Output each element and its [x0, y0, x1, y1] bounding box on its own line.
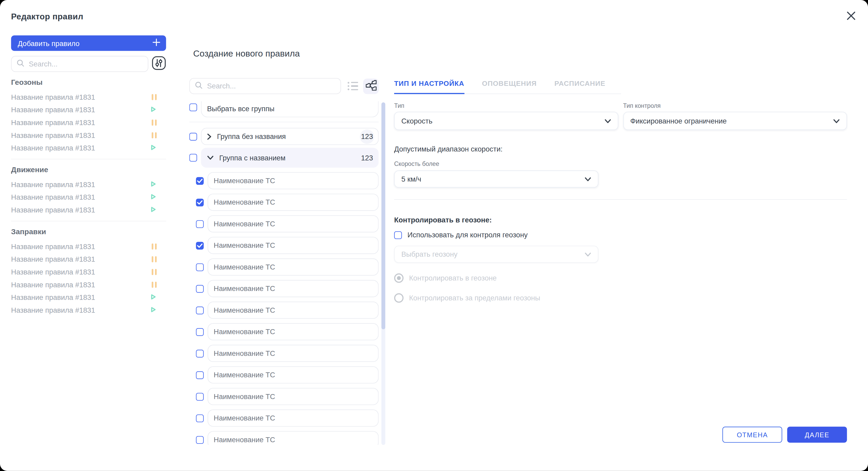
- main-heading: Создание нового правила: [193, 49, 300, 59]
- footer-actions: ОТМЕНА ДАЛЕЕ: [722, 427, 847, 443]
- vehicle-checkbox[interactable]: [196, 177, 204, 185]
- sidebar-rule-item[interactable]: Название правила #1831: [11, 278, 166, 291]
- add-rule-label: Добавить правило: [18, 39, 80, 48]
- use-geozone-checkbox[interactable]: [394, 231, 402, 239]
- vehicle-card[interactable]: Наименование ТС: [208, 388, 378, 405]
- vehicle-card[interactable]: Наименование ТС: [208, 215, 378, 232]
- vehicle-checkbox[interactable]: [196, 306, 204, 314]
- rule-status-play-icon: [150, 192, 157, 202]
- sidebar-rule-item[interactable]: Название правила #1831: [11, 116, 166, 129]
- select-all-row: Выбрать все группы: [189, 101, 378, 117]
- control-type-select[interactable]: Фиксированное ограничение: [623, 112, 847, 130]
- settings-tabs: ТИП И НАСТРОЙКА ОПОВЕЩЕНИЯ РАСПИСАНИЕ: [394, 80, 621, 94]
- tab-type-settings[interactable]: ТИП И НАСТРОЙКА: [394, 80, 464, 94]
- tab-notifications[interactable]: ОПОВЕЩЕНИЯ: [482, 80, 537, 94]
- close-icon: [846, 11, 856, 22]
- group-card[interactable]: Группа с названием 123: [201, 148, 379, 168]
- select-all-checkbox[interactable]: [189, 103, 197, 111]
- sidebar-rule-item[interactable]: Название правила #1831: [11, 203, 166, 216]
- radio-inside-geozone[interactable]: [394, 274, 404, 283]
- section-title-movement: Движение: [11, 165, 166, 174]
- tree-view-button[interactable]: [363, 78, 378, 94]
- vehicle-checkbox[interactable]: [196, 349, 204, 357]
- sidebar-rule-item[interactable]: Название правила #1831: [11, 142, 166, 154]
- sidebar-search-row: [11, 56, 166, 72]
- vehicle-checkbox[interactable]: [196, 328, 204, 336]
- chevron-down-icon: [604, 119, 611, 123]
- vehicle-checkbox[interactable]: [196, 414, 204, 422]
- cancel-button[interactable]: ОТМЕНА: [722, 427, 782, 443]
- vehicle-card[interactable]: Наименование ТС: [208, 237, 378, 254]
- filter-button[interactable]: [151, 57, 166, 71]
- sidebar-search-box: [11, 56, 148, 72]
- sidebar-rule-item[interactable]: Название правила #1831: [11, 304, 166, 317]
- vehicle-checkbox[interactable]: [196, 242, 204, 249]
- vehicle-checkbox[interactable]: [196, 285, 204, 292]
- rule-status-play-icon: [150, 292, 157, 303]
- select-all-label: Выбрать все группы: [207, 105, 275, 113]
- divider: [11, 221, 166, 221]
- speed-select[interactable]: 5 км/ч: [394, 170, 598, 188]
- vehicle-checkbox[interactable]: [196, 198, 204, 206]
- select-all-card: Выбрать все группы: [201, 101, 379, 117]
- sidebar-rule-item[interactable]: Название правила #1831: [11, 240, 166, 253]
- geozone-placeholder: Выбрать геозону: [401, 250, 458, 258]
- vehicle-card[interactable]: Наименование ТС: [208, 280, 378, 297]
- vehicle-row: Наименование ТС: [196, 302, 379, 319]
- type-value: Скорость: [401, 117, 432, 125]
- vehicle-card[interactable]: Наименование ТС: [208, 431, 378, 445]
- vehicle-card[interactable]: Наименование ТС: [208, 409, 378, 427]
- sidebar-rule-item[interactable]: Название правила #1831: [11, 103, 166, 116]
- vehicle-list-scrollbar[interactable]: [381, 102, 385, 445]
- group-name: Группа с названием: [219, 154, 285, 162]
- sidebar-rule-item[interactable]: Название правила #1831: [11, 265, 166, 278]
- group-checkbox[interactable]: [189, 132, 197, 140]
- sidebar-search-input[interactable]: [28, 59, 143, 68]
- group-row-named: Группа с названием 123: [189, 148, 378, 168]
- tree-view-icon: [364, 78, 378, 93]
- vehicle-card[interactable]: Наименование ТС: [208, 366, 378, 384]
- vehicle-checkbox[interactable]: [196, 371, 204, 379]
- sidebar-rule-item[interactable]: Название правила #1831: [11, 291, 166, 304]
- sidebar-rule-item[interactable]: Название правила #1831: [11, 178, 166, 191]
- control-type-value: Фиксированное ограничение: [630, 117, 727, 125]
- type-select[interactable]: Скорость: [394, 112, 618, 130]
- plus-icon: [152, 38, 161, 48]
- vehicle-row: Наименование ТС: [196, 366, 379, 384]
- radio-outside-geozone-row: Контролировать за пределами геозоны: [394, 293, 847, 303]
- radio-outside-geozone[interactable]: [394, 293, 404, 303]
- vehicle-row: Наименование ТС: [196, 215, 379, 232]
- stage: Редактор правил Добавить правило: [0, 0, 868, 471]
- vehicle-search-input[interactable]: [206, 82, 336, 91]
- next-button[interactable]: ДАЛЕЕ: [787, 427, 847, 443]
- vehicle-row: Наименование ТС: [196, 388, 379, 405]
- vehicle-card[interactable]: Наименование ТС: [208, 172, 378, 189]
- sidebar-rule-item[interactable]: Название правила #1831: [11, 191, 166, 204]
- vehicle-card[interactable]: Наименование ТС: [208, 258, 378, 276]
- group-checkbox[interactable]: [189, 154, 197, 162]
- speed-range-title: Допустимый диапазон скорости:: [394, 145, 847, 153]
- sidebar-rule-item[interactable]: Название правила #1831: [11, 91, 166, 104]
- group-card[interactable]: Группа без названия 123: [201, 128, 379, 145]
- sidebar-rule-item[interactable]: Название правила #1831: [11, 253, 166, 265]
- rule-status-pause-icon: [152, 269, 157, 275]
- vehicle-row: Наименование ТС: [196, 237, 379, 254]
- vehicle-checkbox[interactable]: [196, 263, 204, 271]
- geozone-select[interactable]: Выбрать геозону: [394, 246, 598, 263]
- tab-schedule[interactable]: РАСПИСАНИЕ: [554, 80, 606, 94]
- vehicle-card[interactable]: Наименование ТС: [208, 302, 378, 319]
- close-button[interactable]: [845, 11, 856, 22]
- vehicle-card[interactable]: Наименование ТС: [208, 345, 378, 362]
- list-view-icon[interactable]: [348, 82, 359, 90]
- vehicle-checkbox[interactable]: [196, 220, 204, 228]
- vehicle-card[interactable]: Наименование ТС: [208, 194, 378, 211]
- sidebar-rule-item[interactable]: Название правила #1831: [11, 129, 166, 142]
- radio-inside-geozone-label: Контролировать в геозоне: [409, 274, 497, 282]
- vehicle-checkbox[interactable]: [196, 436, 204, 443]
- add-rule-button[interactable]: Добавить правило: [11, 35, 166, 51]
- vehicle-card[interactable]: Наименование ТС: [208, 323, 378, 340]
- vehicle-checkbox[interactable]: [196, 392, 204, 400]
- vehicle-row: Наименование ТС: [196, 431, 379, 445]
- group-name: Группа без названия: [217, 132, 286, 140]
- scrollbar-thumb[interactable]: [381, 102, 385, 329]
